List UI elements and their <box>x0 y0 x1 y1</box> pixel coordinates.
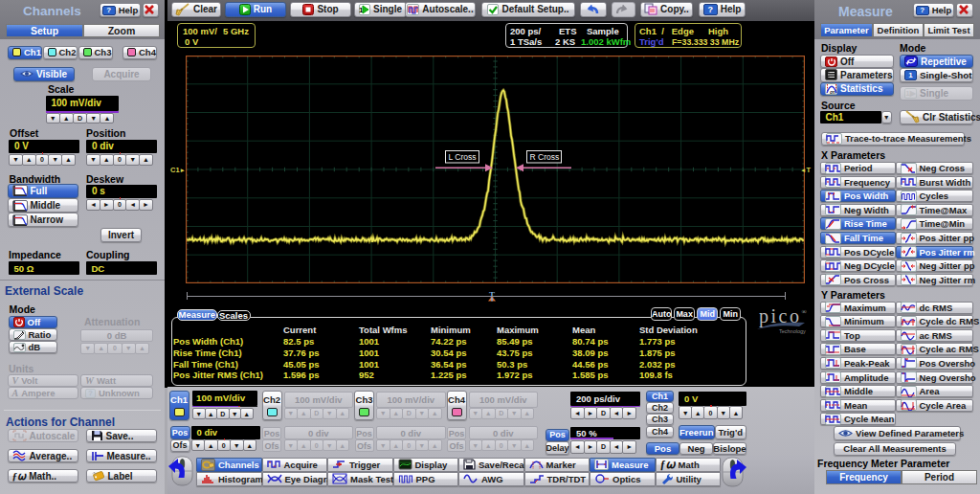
svg-text:σn: σn <box>830 90 835 95</box>
svg-text:R Cross: R Cross <box>530 152 560 162</box>
svg-text:L Cross: L Cross <box>449 152 477 162</box>
